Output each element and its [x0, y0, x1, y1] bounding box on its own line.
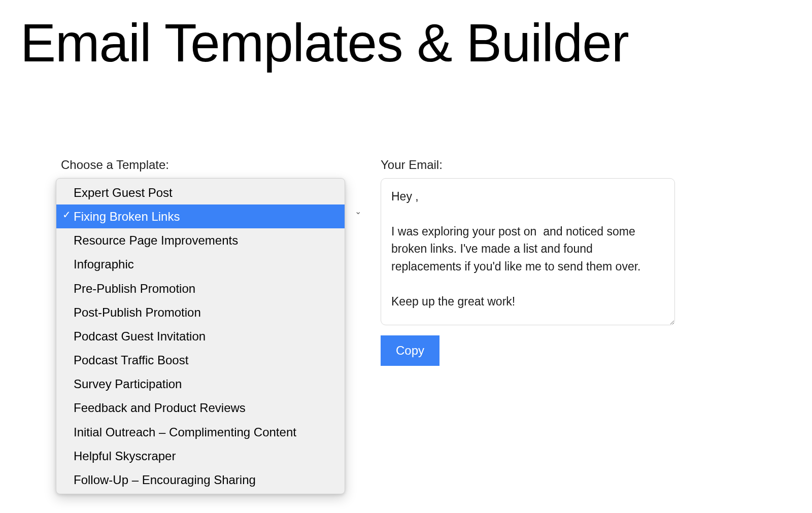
template-option-podcast-guest-invitation[interactable]: Podcast Guest Invitation [56, 324, 345, 348]
template-option-helpful-skyscraper[interactable]: Helpful Skyscraper [56, 444, 345, 468]
template-option-podcast-traffic-boost[interactable]: Podcast Traffic Boost [56, 348, 345, 372]
template-dropdown-menu[interactable]: Expert Guest Post Fixing Broken Links Re… [56, 178, 345, 494]
template-option-follow-up[interactable]: Follow-Up – Encouraging Sharing [56, 468, 345, 492]
chevron-down-icon: ⌄ [355, 207, 361, 216]
template-option-survey-participation[interactable]: Survey Participation [56, 372, 345, 396]
template-option-initial-outreach[interactable]: Initial Outreach – Complimenting Content [56, 420, 345, 444]
template-option-fixing-broken-links[interactable]: Fixing Broken Links [56, 204, 345, 228]
template-option-post-publish-promotion[interactable]: Post-Publish Promotion [56, 300, 345, 324]
template-option-infographic[interactable]: Infographic [56, 252, 345, 276]
page-title: Email Templates & Builder [0, 0, 812, 74]
email-textarea[interactable] [381, 178, 675, 325]
template-column: Choose a Template: ⌄ Expert Guest Post F… [61, 158, 355, 366]
copy-button[interactable]: Copy [381, 335, 439, 366]
template-option-feedback-and-product-reviews[interactable]: Feedback and Product Reviews [56, 396, 345, 420]
template-label: Choose a Template: [61, 158, 355, 172]
content-area: Choose a Template: ⌄ Expert Guest Post F… [0, 74, 812, 366]
email-label: Your Email: [381, 158, 675, 172]
email-column: Your Email: Copy [381, 158, 675, 366]
template-option-pre-publish-promotion[interactable]: Pre-Publish Promotion [56, 277, 345, 300]
template-option-expert-guest-post[interactable]: Expert Guest Post [56, 181, 345, 204]
template-option-resource-page-improvements[interactable]: Resource Page Improvements [56, 228, 345, 252]
